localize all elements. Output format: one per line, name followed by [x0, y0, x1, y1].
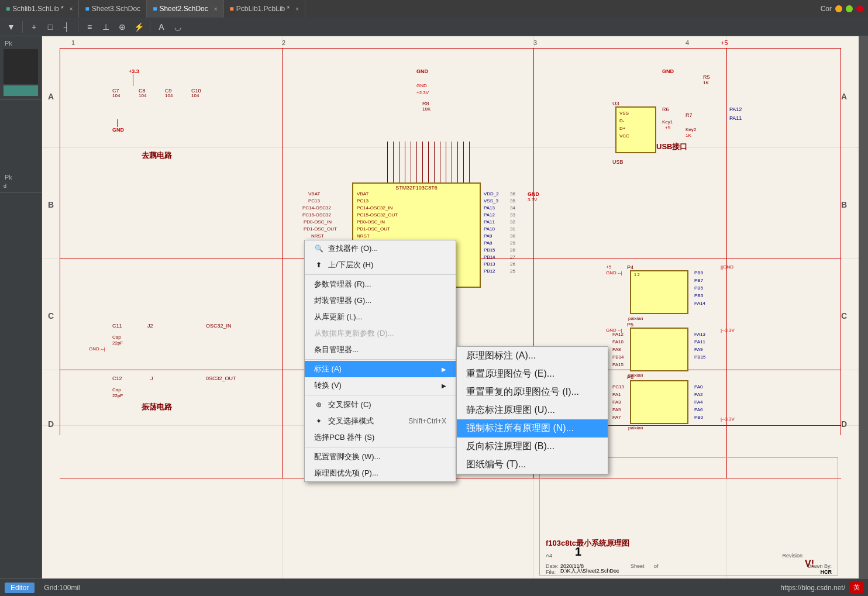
submenu-sheet-number[interactable]: 图纸编号 (T)...: [457, 456, 608, 474]
bus-line-13: [457, 142, 458, 182]
osc32-out-label: 0SC32_OUT: [206, 375, 236, 381]
sheet-num: 1: [575, 545, 581, 559]
grid-status: Grid:100mil: [44, 584, 80, 592]
gnd-ic-right: GND: [528, 191, 539, 197]
usb-d-plus: D+: [619, 126, 625, 131]
lang-badge[interactable]: 英: [850, 582, 863, 593]
sidebar-highlight[interactable]: [4, 85, 38, 96]
menu-item-manager[interactable]: 条目管理器...: [305, 342, 456, 358]
tab-sheet2[interactable]: ■ Sheet2.SchDoc ×: [147, 0, 223, 18]
p5-pb14-in: PB14: [612, 354, 624, 360]
gnd-top-right: GND: [662, 68, 674, 74]
pin-nrst-in: NRST: [357, 233, 370, 239]
submenu-force-annotate[interactable]: 强制标注所有原理图 (N)...: [457, 419, 608, 437]
p6-pa5-in: PA5: [612, 407, 621, 412]
menu-sch-preferences[interactable]: 原理图优先项 (P)...: [305, 465, 456, 481]
r5-val: 1K: [703, 80, 709, 85]
sidebar-panel-bottom: Pk d: [0, 170, 42, 193]
submenu-reset-duplicate[interactable]: 重置重复的原理图位号 (I)...: [457, 383, 608, 401]
gnd-top-center: GND: [416, 68, 428, 74]
menu-select-pcb[interactable]: 选择PCB 器件 (S): [305, 429, 456, 446]
menu-config-pin-swap[interactable]: 配置管脚交换 (W)...: [305, 449, 456, 465]
annotate-arrow: ▶: [442, 366, 446, 373]
pinnum-29: 29: [510, 240, 515, 246]
tab-schlib1[interactable]: ■ Schlib1.SchLib * ×: [0, 0, 79, 18]
arc-button[interactable]: ◡: [171, 20, 184, 33]
sidebar-top-label: Pk: [2, 39, 39, 48]
menu-update-from-lib[interactable]: 从库更新 (L)...: [305, 309, 456, 325]
row-label-d-right: D: [841, 419, 847, 429]
u3-ref: U3: [612, 101, 619, 106]
row-label-a: A: [48, 92, 54, 101]
p4-pb9: PB9: [694, 270, 703, 275]
pinnum-28: 28: [510, 247, 515, 253]
pcblib-icon: ■: [230, 5, 234, 13]
key2: Key2: [686, 127, 696, 132]
filter-button[interactable]: ▼: [5, 20, 18, 33]
gnd-p4: GND --|: [606, 270, 622, 275]
cross-select-shortcut: Shift+Ctrl+X: [408, 417, 446, 425]
power-button[interactable]: ⚡: [132, 20, 145, 33]
menu-param-manager[interactable]: 参数管理器 (R)...: [305, 276, 456, 292]
minimize-button[interactable]: [835, 5, 842, 12]
cap-c10-val: 104: [191, 93, 199, 98]
junction-button[interactable]: ⊕: [116, 20, 129, 33]
bus-line-3: [399, 142, 399, 182]
bus-button[interactable]: ≡: [83, 20, 96, 33]
menu-hierarchy[interactable]: ⬆ 上/下层次 (H): [305, 257, 456, 273]
pin-vdd2: VDD_2: [484, 191, 499, 197]
submenu-static-annotate[interactable]: 静态标注原理图 (U)...: [457, 401, 608, 419]
r7-ref: R7: [686, 112, 693, 118]
v33-p6: |--3.3V: [721, 416, 735, 422]
menu-package-manager[interactable]: 封装管理器 (G)...: [305, 292, 456, 309]
submenu-annotate-schematic[interactable]: 原理图标注 (A)...: [457, 347, 608, 365]
submenu-reset-designator[interactable]: 重置原理图位号 (E)...: [457, 365, 608, 383]
pin-pc14-osc32-in: PC14-OSC32_IN: [357, 205, 392, 211]
tab-pcblib1[interactable]: ■ PcbLib1.PcbLib * ×: [224, 0, 306, 18]
text-button[interactable]: A: [155, 20, 168, 33]
c12-val2: 22pF: [112, 393, 123, 398]
j2-ref: J2: [147, 323, 153, 329]
menu-convert[interactable]: 转换 (V) ▶: [305, 377, 456, 394]
pin-pc13-in: PC13: [357, 198, 368, 204]
tab-sheet3[interactable]: ■ Sheet3.SchDoc: [79, 0, 147, 18]
menu-annotate[interactable]: 标注 (A) ▶: [305, 361, 456, 377]
menu-cross-select[interactable]: ✦ 交叉选择模式 Shift+Ctrl+X: [305, 413, 456, 429]
bus-line-4: [405, 142, 405, 182]
r8-val: 10K: [422, 106, 430, 112]
gnd-wire-1: [117, 119, 118, 127]
bus-line-6: [416, 142, 417, 182]
submenu-back-annotate[interactable]: 反向标注原理图 (B)...: [457, 437, 608, 456]
pa12-right: PA12: [729, 106, 742, 112]
toolbar: ▼ + □ ┤ ≡ ⊥ ⊕ ⚡ A ◡: [0, 18, 868, 36]
pin-button[interactable]: ┤: [60, 20, 73, 33]
bus-line-9: [434, 142, 435, 182]
v-1k: 1K: [686, 133, 691, 138]
bus-line-1: [387, 142, 388, 182]
row-label-b-right: B: [841, 200, 847, 209]
p6-ref: P6: [627, 374, 633, 380]
rect-button[interactable]: □: [44, 20, 57, 33]
titlebar: ■ Schlib1.SchLib * × ■ Sheet3.SchDoc ■ S…: [0, 0, 868, 18]
menu-find-component[interactable]: 🔍 查找器件 (O)...: [305, 240, 456, 257]
row-label-a-right: A: [841, 92, 847, 101]
wire-button[interactable]: ⊥: [99, 20, 112, 33]
usb-d-minus: D-: [619, 118, 624, 123]
maximize-button[interactable]: [846, 5, 853, 12]
sidebar-content-top: [4, 49, 38, 84]
p4-pb5: PB5: [694, 285, 703, 291]
pa11-right: PA11: [729, 115, 742, 121]
right-sidebar-scrollbar[interactable]: [859, 36, 868, 578]
right-sidebar: [859, 36, 868, 578]
c11-val2: 22pF: [112, 340, 123, 346]
add-button[interactable]: +: [27, 20, 40, 33]
row-label-c: C: [48, 311, 54, 321]
p5-pa10-in: PA10: [612, 339, 624, 344]
c11-val: Cap: [112, 335, 121, 340]
bus-line-7: [422, 142, 423, 182]
menu-cross-probe[interactable]: ⊕ 交叉探针 (C): [305, 397, 456, 413]
pin-nrst: NRST: [311, 233, 324, 239]
editor-tab[interactable]: Editor: [5, 583, 35, 593]
close-button[interactable]: [856, 5, 863, 12]
p5-pa11-out: PA11: [694, 339, 705, 344]
